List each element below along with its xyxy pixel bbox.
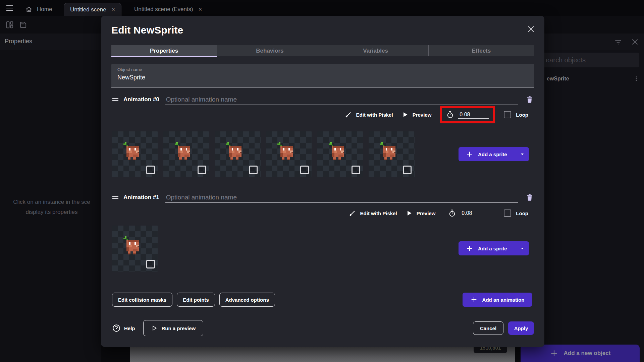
dialog-tab-properties[interactable]: Properties <box>111 45 217 56</box>
loop-label: Loop <box>516 210 528 216</box>
top-tab-bar: Home Untitled scene × Untitled scene (Ev… <box>0 0 644 16</box>
plus-icon <box>466 245 473 252</box>
home-icon <box>25 5 33 13</box>
frame-select-checkbox[interactable] <box>146 166 155 174</box>
tab-untitled-scene[interactable]: Untitled scene × <box>64 3 121 16</box>
object-name-input[interactable] <box>117 74 528 81</box>
hamburger-menu-icon[interactable] <box>5 4 15 12</box>
object-item-menu-icon[interactable] <box>633 75 640 82</box>
frame-select-checkbox[interactable] <box>146 260 155 268</box>
animation-0-header: Animation #0 <box>111 94 534 105</box>
preview-label: Preview <box>413 112 432 118</box>
edit-with-piskel-label: Edit with Piskel <box>360 210 397 216</box>
time-between-frames-field <box>444 206 495 220</box>
dialog-tab-behaviors[interactable]: Behaviors <box>217 45 322 56</box>
sprite-frame-thumbnail[interactable] <box>215 131 261 177</box>
apply-button[interactable]: Apply <box>508 321 534 335</box>
tab-home[interactable]: Home <box>19 3 58 16</box>
frame-select-checkbox[interactable] <box>300 166 309 174</box>
edit-with-piskel-label: Edit with Piskel <box>356 112 393 118</box>
panels-layout-icon[interactable] <box>5 20 14 29</box>
play-outline-icon <box>151 325 158 331</box>
frame-select-checkbox[interactable] <box>352 166 360 174</box>
frame-select-checkbox[interactable] <box>249 166 258 174</box>
tab-untitled-scene-events[interactable]: Untitled scene (Events) × <box>128 3 208 16</box>
loop-checkbox[interactable] <box>504 111 511 118</box>
add-animation-button[interactable]: Add an animation <box>463 293 532 307</box>
filter-icon[interactable] <box>614 38 623 46</box>
add-new-object-button[interactable]: Add a new object <box>521 345 640 362</box>
tab-close-icon[interactable]: × <box>199 6 202 13</box>
preview-button[interactable]: Preview <box>402 111 432 118</box>
animation-1-controls: Edit with Piskel Preview Loop <box>349 203 528 223</box>
sprite-frame-thumbnail[interactable] <box>266 131 312 177</box>
edit-collision-masks-button[interactable]: Edit collision masks <box>112 293 172 307</box>
add-sprite-label: Add a sprite <box>478 246 507 251</box>
delete-animation-icon[interactable] <box>525 95 534 104</box>
time-between-frames-field-highlighted <box>440 106 495 123</box>
dialog-title: Edit NewSprite <box>111 24 534 36</box>
pig-sprite-image <box>121 236 143 258</box>
add-sprite-dropdown[interactable] <box>515 147 529 161</box>
animation-0-controls: Edit with Piskel Preview Loop <box>345 105 528 124</box>
edit-points-button[interactable]: Edit points <box>177 293 215 307</box>
dialog-tab-variables[interactable]: Variables <box>323 45 428 56</box>
dialog-footer: Help Run a preview Cancel Apply <box>112 320 534 336</box>
tab-close-icon[interactable]: × <box>112 6 115 13</box>
close-panel-icon[interactable] <box>631 38 639 46</box>
time-between-frames-input[interactable] <box>460 209 491 217</box>
add-new-object-label: Add a new object <box>564 350 611 357</box>
search-objects-text: earch objects <box>546 56 586 64</box>
animation-0-title: Animation #0 <box>123 96 159 103</box>
chevron-down-icon <box>520 152 525 157</box>
frame-select-checkbox[interactable] <box>403 166 412 174</box>
add-sprite-main[interactable]: Add a sprite <box>459 150 515 158</box>
add-sprite-button[interactable]: Add a sprite <box>459 147 529 161</box>
help-button[interactable]: Help <box>112 324 135 333</box>
dialog-tab-bar: Properties Behaviors Variables Effects <box>111 45 534 56</box>
play-icon <box>406 210 413 217</box>
sprite-frame-thumbnail[interactable] <box>163 131 209 177</box>
sprite-tools-row: Edit collision masks Edit points Advance… <box>112 293 275 307</box>
loop-toggle[interactable]: Loop <box>504 209 528 217</box>
properties-panel-title: Properties <box>5 38 32 45</box>
animation-1-header: Animation #1 <box>111 192 534 203</box>
tab-scene-label: Untitled scene <box>70 6 106 13</box>
animation-1-name-input[interactable] <box>165 192 518 203</box>
delete-animation-icon[interactable] <box>525 193 534 202</box>
tab-home-label: Home <box>37 6 52 13</box>
sprite-frame-thumbnail[interactable] <box>112 226 158 272</box>
loop-checkbox[interactable] <box>504 209 511 217</box>
edit-with-piskel-button[interactable]: Edit with Piskel <box>345 111 393 118</box>
cancel-button[interactable]: Cancel <box>473 321 503 335</box>
dialog-tab-effects[interactable]: Effects <box>428 45 534 56</box>
add-sprite-label: Add a sprite <box>478 152 507 157</box>
chevron-down-icon <box>520 246 525 251</box>
edit-with-piskel-button[interactable]: Edit with Piskel <box>349 209 397 217</box>
add-sprite-button[interactable]: Add a sprite <box>459 241 529 255</box>
sprite-frame-thumbnail[interactable] <box>369 131 415 177</box>
loop-toggle[interactable]: Loop <box>504 111 528 118</box>
preview-button[interactable]: Preview <box>406 210 436 217</box>
add-sprite-dropdown[interactable] <box>515 241 529 255</box>
frame-select-checkbox[interactable] <box>198 166 206 174</box>
run-preview-button[interactable]: Run a preview <box>143 320 204 336</box>
time-between-frames-input[interactable] <box>458 111 489 119</box>
dialog-close-icon[interactable] <box>526 24 536 34</box>
plus-icon <box>470 296 478 303</box>
add-sprite-main[interactable]: Add a sprite <box>459 245 515 252</box>
advanced-options-button[interactable]: Advanced options <box>219 293 275 307</box>
pig-sprite-image <box>377 142 399 164</box>
object-name-label: Object name <box>117 67 528 72</box>
sprite-frame-thumbnail[interactable] <box>112 131 158 177</box>
object-name-field: Object name <box>111 64 534 87</box>
save-icon[interactable] <box>19 20 28 29</box>
search-objects-input[interactable]: earch objects <box>529 53 639 67</box>
drag-handle-icon[interactable] <box>111 96 119 104</box>
animation-0-name-input[interactable] <box>165 95 518 105</box>
drag-handle-icon[interactable] <box>111 193 119 201</box>
pig-sprite-image <box>326 142 348 164</box>
pig-sprite-image <box>172 142 194 164</box>
sprite-frame-thumbnail[interactable] <box>317 131 363 177</box>
stopwatch-icon <box>448 209 456 217</box>
